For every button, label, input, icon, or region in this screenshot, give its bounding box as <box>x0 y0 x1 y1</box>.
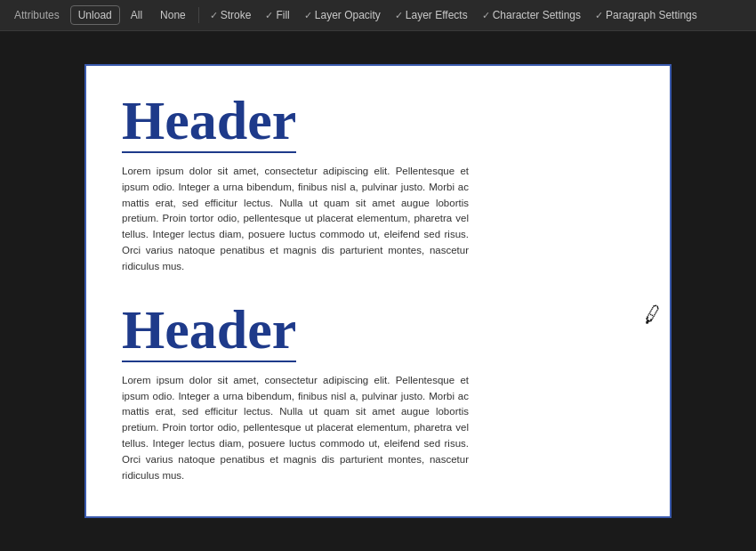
attributes-label: Attributes <box>7 6 67 24</box>
layer-opacity-toggle[interactable]: ✓ Layer Opacity <box>299 6 386 24</box>
document-frame: Header Lorem ipsum dolor sit amet, conse… <box>84 64 672 518</box>
fill-toggle[interactable]: ✓ Fill <box>260 6 294 24</box>
document-content: Header Lorem ipsum dolor sit amet, conse… <box>86 66 670 518</box>
toolbar: Attributes Unload All None ✓ Stroke ✓ Fi… <box>0 0 756 31</box>
separator <box>198 7 199 23</box>
section-1-header: Header <box>122 93 296 153</box>
section-2: Header Lorem ipsum dolor sit amet, conse… <box>122 302 634 484</box>
section-2-body: Lorem ipsum dolor sit amet, consectetur … <box>122 373 469 484</box>
canvas-area: Header Lorem ipsum dolor sit amet, conse… <box>0 31 756 551</box>
layer-effects-toggle[interactable]: ✓ Layer Effects <box>390 6 473 24</box>
all-button[interactable]: All <box>124 6 149 24</box>
paragraph-settings-toggle[interactable]: ✓ Paragraph Settings <box>590 6 703 24</box>
none-button[interactable]: None <box>153 6 193 24</box>
section-1-body: Lorem ipsum dolor sit amet, consectetur … <box>122 164 469 275</box>
section-1: Header Lorem ipsum dolor sit amet, conse… <box>122 93 634 275</box>
character-settings-toggle[interactable]: ✓ Character Settings <box>477 6 586 24</box>
section-2-header: Header <box>122 302 296 362</box>
unload-button[interactable]: Unload <box>70 5 120 25</box>
stroke-toggle[interactable]: ✓ Stroke <box>205 6 257 24</box>
